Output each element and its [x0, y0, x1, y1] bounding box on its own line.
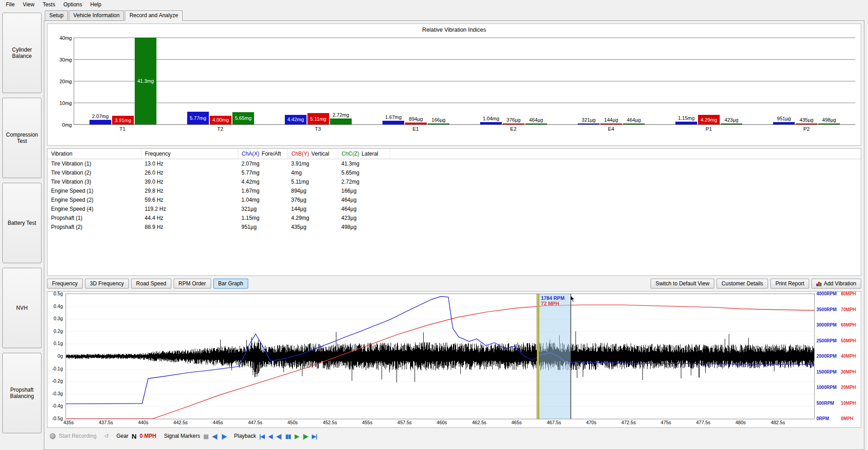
bar-group-bars: 4.42mg5.11mg2.72mg [285, 113, 352, 124]
action-buttons: Switch to Default ViewCustomer DetailsPr… [651, 279, 861, 289]
view-button-frequency[interactable]: Frequency [47, 279, 83, 289]
tab-vehicle-information[interactable]: Vehicle Information [69, 10, 124, 20]
x-axis-tick: 460s [437, 420, 447, 425]
action-button-customer-details[interactable]: Customer Details [717, 279, 768, 289]
bar-p1-x: 1.15mg [675, 122, 697, 124]
marker-grid-button[interactable]: ▦ [203, 433, 208, 440]
waveform-canvas[interactable] [66, 294, 815, 419]
bar-p2-z: 498µg [818, 123, 840, 124]
gear-label: Gear [116, 433, 128, 439]
menu-item-options[interactable]: Options [59, 0, 86, 9]
x-axis-tick: 467.5s [547, 420, 561, 425]
view-button-bar-graph[interactable]: Bar Graph [213, 279, 248, 289]
table-cell: 5.65mg [338, 168, 390, 177]
menu-item-view[interactable]: View [19, 0, 38, 9]
table-cell: 4mg [288, 168, 338, 177]
table-cell [390, 177, 861, 186]
rpm-tick: 0RPM [816, 416, 841, 421]
tab-record-and-analyze[interactable]: Record and Analyze [125, 10, 182, 21]
bar-t3-z: 2.72mg [330, 118, 352, 124]
column-header-frequency[interactable]: Frequency [141, 149, 238, 159]
table-cell: 3.91mg [288, 159, 338, 169]
sidebar-item-cylinder-balance[interactable]: Cylinder Balance [2, 13, 42, 93]
transport-bar: Start Recording ↺ Gear N 0 MPH Signal Ma… [47, 431, 861, 441]
table-cell: Engine Speed (2) [47, 195, 141, 204]
table-cell: 41.3mg [338, 159, 390, 169]
bar-group-bars: 1.15mg4.29mg423µg [675, 115, 742, 124]
bar-e1-x: 1.67mg [382, 121, 404, 124]
table-row[interactable]: Tire Vibration (3)39.0 Hz4.42mg5.11mg2.7… [47, 177, 861, 186]
bar-group-bars: 1.67mg894µg166µg [382, 121, 449, 124]
table-cell [390, 159, 861, 169]
action-button-switch-to-default-view[interactable]: Switch to Default View [651, 279, 714, 289]
sidebar-item-nvh[interactable]: NVH [2, 268, 42, 348]
bar-t3-x: 4.42mg [285, 115, 307, 124]
view-button-rpm-order[interactable]: RPM Order [174, 279, 211, 289]
bar-e2-x: 1.04mg [480, 122, 502, 124]
table-row[interactable]: Propshaft (1)44.4 Hz1.15mg4.29mg423µg [47, 213, 861, 223]
table-row[interactable]: Tire Vibration (1)13.0 Hz2.07mg3.91mg41.… [47, 159, 861, 169]
rewind-button[interactable]: ◀ [269, 433, 273, 440]
table-cell: 2.72mg [338, 177, 390, 186]
table-cell: Propshaft (1) [47, 213, 141, 223]
column-header-chc[interactable]: ChC(Z)Lateral [338, 149, 390, 159]
column-header-chb[interactable]: ChB(Y)Vertical [288, 149, 338, 159]
table-row[interactable]: Engine Speed (2)59.6 Hz1.04mg376µg464µg [47, 195, 861, 204]
table-row[interactable]: Engine Speed (4)119.2 Hz321µg144µg464µg [47, 204, 861, 213]
view-button-3d-frequency[interactable]: 3D Frequency [85, 279, 129, 289]
action-button-print-report[interactable]: Print Report [770, 279, 809, 289]
menu-item-file[interactable]: File [2, 0, 19, 9]
table-cell: 423µg [338, 213, 390, 223]
menu-item-tests[interactable]: Tests [38, 0, 59, 9]
bar-group-t2: 5.77mg4.00mg5.65mg [172, 38, 269, 124]
next-marker-button[interactable]: |▶ [222, 433, 226, 440]
view-button-road-speed[interactable]: Road Speed [131, 279, 171, 289]
bar-group-e2: 1.04mg376µg464µg [465, 38, 562, 124]
sidebar-item-compression-test[interactable]: Compression Test [2, 98, 42, 178]
x-axis-tick: 472.5s [622, 420, 636, 425]
signal-marker-buttons: ▦◀||▶ [203, 433, 226, 440]
column-header-vibration[interactable]: Vibration [47, 149, 141, 159]
x-axis-tick: 437.5s [99, 420, 113, 425]
table-cell [390, 168, 861, 177]
menu-item-help[interactable]: Help [86, 0, 106, 9]
start-recording-button[interactable]: Start Recording [59, 433, 96, 439]
bar-group-label-p2: P2 [758, 126, 855, 132]
chc-axis-label: Lateral [362, 151, 378, 157]
action-button-add-vibration[interactable]: Add Vibration [811, 279, 861, 289]
right-axis-tick: 1000RPM20MPH [816, 385, 856, 390]
bar-p1-z: 423µg [721, 123, 742, 124]
bar-value-label: 4.42mg [288, 117, 304, 122]
skip-to-end-button[interactable]: ▶| [312, 433, 317, 440]
vibration-table-panel: Vibration Frequency ChA(X)Fore/Aft ChB(Y… [47, 148, 861, 276]
table-cell: 464µg [338, 204, 390, 213]
pause-button[interactable]: ▮▮ [285, 433, 291, 440]
step-back-button[interactable]: ◀| [276, 433, 281, 440]
bar-t2-x: 5.77mg [187, 112, 209, 124]
bar-value-label: 951µg [777, 116, 791, 121]
table-cell: 4.42mg [238, 177, 288, 186]
bar-value-label: 3.91mg [115, 118, 132, 123]
view-bar: Frequency3D FrequencyRoad SpeedRPM Order… [47, 279, 861, 289]
tab-setup[interactable]: Setup [45, 10, 68, 20]
skip-to-start-button[interactable]: |◀ [259, 433, 264, 440]
column-header-cha[interactable]: ChA(X)Fore/Aft [238, 149, 288, 159]
play-button[interactable]: ▶ [295, 433, 299, 440]
table-row[interactable]: Tire Vibration (2)26.0 Hz5.77mg4mg5.65mg [47, 168, 861, 177]
x-axis-tick: 452.5s [323, 420, 337, 425]
table-row[interactable]: Engine Speed (1)29.8 Hz1.67mg894µg166µg [47, 186, 861, 195]
table-cell: 88.9 Hz [141, 223, 238, 232]
bar-e1-y: 894µg [405, 123, 427, 124]
bar-chart-y-tick: 10mg [59, 100, 72, 106]
table-row[interactable]: Propshaft (2)88.9 Hz951µg435µg498µg [47, 223, 861, 232]
reset-icon[interactable]: ↺ [104, 433, 108, 439]
bar-group-label-e2: E2 [465, 126, 562, 132]
step-forward-button[interactable]: |▶ [303, 433, 308, 440]
bar-group-label-e4: E4 [562, 126, 660, 132]
sidebar-item-battery-test[interactable]: Battery Test [2, 183, 42, 263]
previous-marker-button[interactable]: ◀| [212, 433, 217, 440]
bar-group-bars: 1.04mg376µg464µg [480, 122, 547, 124]
sidebar-item-propshaft-balancing[interactable]: Propshaft Balancing [2, 353, 42, 433]
g-axis-tick: 0.3g [47, 316, 63, 321]
x-axis-tick: 462.5s [472, 420, 486, 425]
